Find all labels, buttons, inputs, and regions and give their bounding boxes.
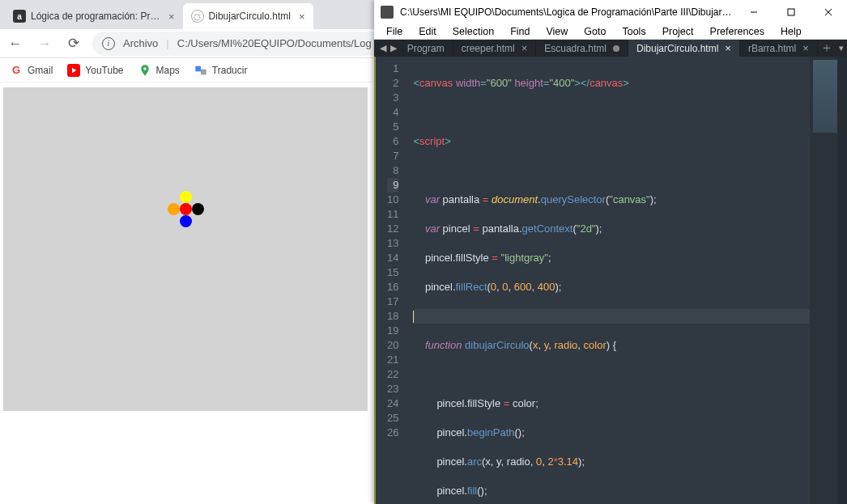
favicon-file-icon: ◌ [191, 10, 204, 23]
tab-scroll-left-icon[interactable]: ◀ [377, 40, 388, 57]
menu-view[interactable]: View [538, 24, 575, 39]
flower-circle-red [180, 203, 192, 215]
flower-circle-blue [180, 215, 192, 227]
window-close-button[interactable] [810, 0, 847, 24]
menu-help[interactable]: Help [773, 24, 809, 39]
address-path: C:/Users/MI%20EQUIPO/Documents/Log [177, 37, 372, 49]
line-number-gutter[interactable]: 1 2 3 4 5 6 7 8 9 10 11 12 13 14 15 16 1… [374, 57, 406, 504]
chrome-tab-0-close-icon[interactable]: × [165, 11, 175, 23]
forward-button[interactable]: → [34, 33, 55, 54]
sublime-tab-dibujarcirculo[interactable]: DibujarCirculo.html× [628, 40, 740, 57]
flower-circle-black [192, 203, 204, 215]
sublime-logo-icon [381, 6, 394, 19]
reload-button[interactable]: ⟳ [63, 33, 84, 54]
sublime-tab-creeper-label: creeper.html [462, 43, 515, 54]
chrome-tab-1-title: DibujarCirculo.html [209, 11, 291, 22]
site-info-icon[interactable]: i [102, 37, 115, 50]
address-bar[interactable]: i Archivo | C:/Users/MI%20EQUIPO/Documen… [92, 32, 381, 56]
address-separator: | [166, 37, 168, 49]
sublime-tab-program-label: Program [407, 43, 445, 54]
bookmark-youtube[interactable]: YouTube [67, 64, 123, 77]
flower-circle-yellow [180, 191, 192, 203]
translate-icon [194, 64, 207, 77]
bookmark-gmail[interactable]: G Gmail [10, 64, 53, 77]
sublime-tab-escuadra-label: Escuadra.html [544, 43, 607, 54]
favicon-alura-icon: a [13, 10, 26, 23]
menu-find[interactable]: Find [503, 24, 537, 39]
tab-scroll-right-icon[interactable]: ▶ [388, 40, 398, 57]
flower-circle-orange [168, 203, 180, 215]
sublime-tab-program[interactable]: Program [399, 40, 453, 57]
menu-goto[interactable]: Goto [577, 24, 613, 39]
sublime-window-title: C:\Users\MI EQUIPO\Documents\Logica de P… [400, 6, 735, 18]
sublime-menu-bar: File Edit Selection Find View Goto Tools… [374, 24, 847, 40]
window-minimize-button[interactable] [735, 0, 773, 24]
menu-preferences[interactable]: Preferences [703, 24, 772, 39]
bookmark-translate[interactable]: Traducir [194, 64, 248, 77]
youtube-icon [67, 64, 80, 77]
sublime-tab-dibujarcirculo-label: DibujarCirculo.html [636, 43, 718, 54]
sublime-tab-escuadra[interactable]: Escuadra.html [536, 40, 628, 57]
tab-menu-icon[interactable]: ▾ [836, 40, 847, 57]
bookmark-youtube-label: YouTube [85, 65, 123, 76]
close-icon[interactable]: × [802, 42, 809, 54]
menu-edit[interactable]: Edit [411, 24, 444, 39]
close-icon[interactable]: × [725, 42, 731, 54]
bookmark-gmail-label: Gmail [28, 65, 53, 76]
sublime-tab-creeper[interactable]: creeper.html× [453, 40, 537, 57]
bookmark-translate-label: Traducir [212, 65, 248, 76]
chrome-tab-0[interactable]: a Lógica de programación: Practica × [5, 3, 183, 29]
sublime-window: C:\Users\MI EQUIPO\Documents\Logica de P… [374, 0, 847, 504]
close-icon[interactable]: × [521, 42, 528, 54]
svg-point-1 [143, 67, 146, 70]
bookmark-maps-label: Maps [156, 65, 180, 76]
menu-tools[interactable]: Tools [615, 24, 653, 39]
svg-rect-2 [195, 66, 201, 71]
new-tab-button[interactable]: ＋ [818, 40, 836, 57]
sublime-titlebar[interactable]: C:\Users\MI EQUIPO\Documents\Logica de P… [374, 0, 847, 24]
address-scheme: Archivo [123, 37, 158, 49]
sublime-tab-rbarra[interactable]: rBarra.html× [740, 40, 818, 57]
menu-file[interactable]: File [379, 24, 410, 39]
sublime-tab-rbarra-label: rBarra.html [748, 43, 796, 54]
chrome-tab-0-title: Lógica de programación: Practica [31, 11, 160, 22]
editor-area: 1 2 3 4 5 6 7 8 9 10 11 12 13 14 15 16 1… [374, 57, 847, 504]
canvas-output [3, 87, 368, 411]
back-button[interactable]: ← [5, 33, 26, 54]
window-maximize-button[interactable] [773, 0, 810, 24]
editor-scrollbar[interactable] [837, 57, 847, 504]
bookmark-maps[interactable]: Maps [138, 64, 180, 77]
chrome-tab-1[interactable]: ◌ DibujarCirculo.html × [183, 3, 313, 29]
gmail-icon: G [10, 64, 23, 77]
chrome-tab-1-close-icon[interactable]: × [296, 11, 305, 23]
svg-rect-5 [788, 9, 794, 15]
dirty-dot-icon [613, 45, 619, 52]
menu-project[interactable]: Project [655, 24, 701, 39]
maps-icon [138, 64, 151, 77]
svg-rect-3 [201, 69, 206, 74]
menu-selection[interactable]: Selection [445, 24, 501, 39]
sublime-tab-strip: ◀ ▶ Program creeper.html× Escuadra.html … [374, 40, 847, 57]
code-editor[interactable]: <canvas width="600" height="400"></canva… [406, 57, 847, 504]
